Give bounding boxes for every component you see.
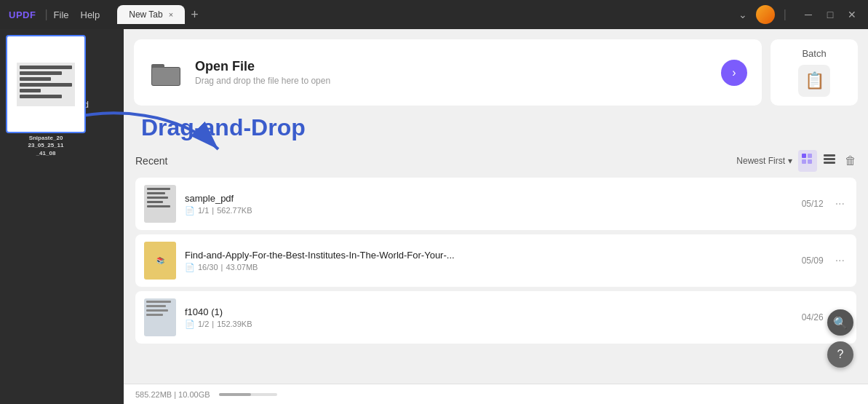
fab-area: 🔍 ? <box>827 309 853 368</box>
window-controls: ─ □ ✕ <box>801 9 859 20</box>
chevron-down-icon[interactable]: ⌄ <box>738 9 747 20</box>
file-meta: 📄 1/1 | 562.77KB <box>185 206 793 215</box>
sort-chevron-icon: ▾ <box>788 156 792 166</box>
statusbar: 585.22MB | 10.00GB <box>124 384 868 404</box>
file-item[interactable]: 📚 Find-and-Apply-For-the-Best-Institutes… <box>135 234 856 287</box>
file-icon: 📄 <box>185 320 195 329</box>
file-thumbnail <box>144 298 176 336</box>
drag-drop-label: Drag-and-Drop <box>124 106 868 144</box>
tab-add-button[interactable]: + <box>191 7 199 23</box>
arrow-right-icon: › <box>732 66 736 79</box>
file-meta: 📄 16/30 | 43.07MB <box>185 263 793 272</box>
batch-panel: Batch 📋 <box>771 39 858 106</box>
recent-controls: Newest First ▾ 🗑 <box>736 150 856 172</box>
titlebar-divider: | <box>44 8 47 21</box>
tab-area: New Tab × + <box>117 5 198 24</box>
open-file-subtitle: Drag and drop the file here to open <box>195 76 709 86</box>
file-size: 43.07MB <box>226 263 258 272</box>
sort-dropdown[interactable]: Newest First ▾ <box>736 156 792 166</box>
titlebar-divider2: | <box>784 8 787 21</box>
file-list: sample_pdf 📄 1/1 | 562.77KB 05/12 ··· <box>135 178 856 348</box>
close-button[interactable]: ✕ <box>845 9 859 20</box>
titlebar-menu: File Help <box>54 9 100 20</box>
file-pages: 1/2 <box>198 320 209 328</box>
view-toggle <box>798 150 839 172</box>
file-info: Find-and-Apply-For-the-Best-Institutes-I… <box>185 250 793 272</box>
svg-rect-9 <box>824 154 835 157</box>
svg-rect-10 <box>824 158 835 160</box>
file-size: 562.77KB <box>217 206 252 215</box>
file-thumbnail <box>144 185 176 223</box>
open-file-card: Open File Drag and drop the file here to… <box>134 39 762 106</box>
storage-progress-bar <box>219 393 277 396</box>
help-fab-button[interactable]: ? <box>827 341 853 368</box>
open-file-button[interactable]: › <box>721 60 747 86</box>
file-date: 04/26 <box>802 312 824 322</box>
app-logo: UPDF <box>9 9 36 20</box>
open-file-title: Open File <box>195 59 709 74</box>
file-date: 05/09 <box>802 256 824 266</box>
tab-close-button[interactable]: × <box>169 10 173 19</box>
delete-button[interactable]: 🗑 <box>845 154 856 167</box>
file-name: sample_pdf <box>185 193 793 204</box>
avatar[interactable] <box>756 5 775 24</box>
file-item[interactable]: f1040 (1) 📄 1/2 | 152.39KB 04/26 ··· <box>135 291 856 344</box>
batch-label: Batch <box>802 48 826 59</box>
sort-label: Newest First <box>736 156 785 166</box>
floating-file-label: Snipaste_2023_05_25_11_41_08 <box>6 135 86 157</box>
menu-help[interactable]: Help <box>81 9 100 20</box>
new-tab[interactable]: New Tab × <box>117 5 185 24</box>
file-thumb-preview <box>6 35 86 133</box>
batch-icon-button[interactable]: 📋 <box>798 65 830 97</box>
maximize-button[interactable]: □ <box>823 9 837 20</box>
main-layout: 🕐 Recent ☆ Starred ☁ UPDF Cloud <box>0 29 868 404</box>
batch-icon: 📋 <box>805 71 824 90</box>
file-icon: 📄 <box>185 263 195 272</box>
recent-title: Recent <box>135 155 167 167</box>
help-icon: ? <box>837 348 844 361</box>
file-size: 152.39KB <box>217 320 252 328</box>
floating-file-thumbnail[interactable]: Snipaste_2023_05_25_11_41_08 <box>6 35 86 144</box>
file-info: f1040 (1) 📄 1/2 | 152.39KB <box>185 306 793 329</box>
svg-rect-5 <box>802 154 806 158</box>
search-icon: 🔍 <box>833 316 848 330</box>
recent-header: Recent Newest First ▾ 🗑 <box>135 147 856 172</box>
file-more-button[interactable]: ··· <box>832 251 848 270</box>
list-view-button[interactable] <box>820 150 839 172</box>
file-pages: 16/30 <box>198 263 218 272</box>
content-area: Open File Drag and drop the file here to… <box>124 29 868 404</box>
menu-file[interactable]: File <box>54 9 69 20</box>
storage-info: 585.22MB | 10.00GB <box>135 390 210 399</box>
file-thumbnail: 📚 <box>144 242 176 280</box>
titlebar: UPDF | File Help New Tab × + ⌄ | ─ □ ✕ <box>0 0 868 29</box>
file-name: Find-and-Apply-For-the-Best-Institutes-I… <box>185 250 793 261</box>
folder-icon <box>148 55 183 90</box>
svg-rect-11 <box>824 162 835 164</box>
storage-progress-fill <box>219 393 251 396</box>
file-meta: 📄 1/2 | 152.39KB <box>185 320 793 329</box>
open-file-text: Open File Drag and drop the file here to… <box>195 59 709 86</box>
recent-section: Recent Newest First ▾ 🗑 <box>124 144 868 384</box>
svg-rect-6 <box>808 154 812 158</box>
file-more-button[interactable]: ··· <box>832 194 848 213</box>
file-info: sample_pdf 📄 1/1 | 562.77KB <box>185 193 793 215</box>
file-pages: 1/1 <box>198 206 209 215</box>
minimize-button[interactable]: ─ <box>801 9 816 20</box>
file-name: f1040 (1) <box>185 306 793 317</box>
grid-view-button[interactable] <box>798 150 817 172</box>
titlebar-right: ⌄ | ─ □ ✕ <box>738 5 859 24</box>
svg-rect-4 <box>152 68 180 85</box>
search-fab-button[interactable]: 🔍 <box>827 309 853 336</box>
file-date: 05/12 <box>802 199 824 209</box>
file-item[interactable]: sample_pdf 📄 1/1 | 562.77KB 05/12 ··· <box>135 178 856 230</box>
file-icon: 📄 <box>185 206 195 215</box>
svg-rect-7 <box>802 159 806 164</box>
svg-rect-8 <box>808 159 812 164</box>
thumb-image <box>17 63 75 106</box>
